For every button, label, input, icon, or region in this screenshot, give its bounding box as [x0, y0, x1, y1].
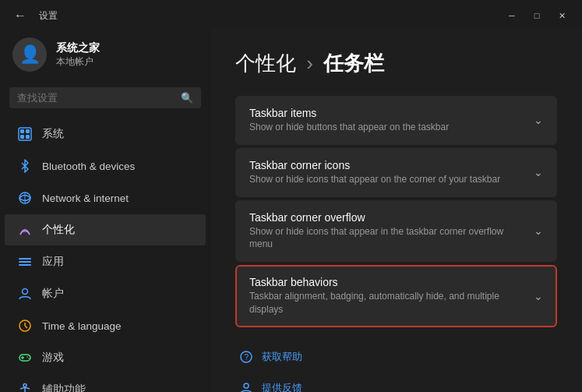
breadcrumb: 个性化 › 任务栏 — [235, 50, 557, 77]
personalization-icon — [17, 222, 33, 238]
title-bar: ← 设置 ─ □ ✕ — [0, 0, 582, 28]
time-icon — [17, 318, 33, 334]
maximize-button[interactable]: □ — [526, 8, 548, 23]
svg-point-19 — [28, 358, 30, 359]
user-type: 本地帐户 — [56, 55, 100, 69]
sidebar-item-time[interactable]: Time & language — [5, 310, 206, 341]
sidebar-item-bluetooth-label: Bluetooth & devices — [42, 161, 135, 172]
gaming-icon — [17, 350, 33, 366]
search-box[interactable]: 🔍 — [9, 87, 201, 108]
setting-title-taskbar-corner-icons: Taskbar corner icons — [249, 159, 524, 171]
title-bar-left: ← 设置 — [9, 7, 58, 24]
setting-desc-taskbar-corner-icons: Show or hide icons that appear on the co… — [249, 173, 524, 186]
setting-desc-taskbar-behaviors: Taskbar alignment, badging, automaticall… — [249, 290, 524, 316]
svg-rect-3 — [20, 135, 24, 139]
avatar-icon: 👤 — [19, 44, 41, 65]
sidebar-item-bluetooth[interactable]: Bluetooth & devices — [5, 150, 206, 182]
back-button[interactable]: ← — [9, 7, 31, 24]
setting-desc-taskbar-items: Show or hide buttons that appear on the … — [249, 121, 524, 134]
sidebar-item-system[interactable]: 系统 — [5, 118, 206, 150]
get-help-icon: ? — [238, 349, 254, 365]
settings-list: Taskbar items Show or hide buttons that … — [235, 96, 557, 327]
minimize-button[interactable]: ─ — [501, 8, 523, 23]
svg-point-11 — [23, 289, 28, 295]
footer-link-feedback[interactable]: 提供反馈 — [235, 374, 557, 392]
svg-rect-2 — [26, 129, 30, 133]
sidebar-item-accounts[interactable]: 帐户 — [5, 278, 206, 309]
system-icon — [17, 126, 33, 142]
sidebar-item-network-label: Network & internet — [42, 192, 129, 204]
sidebar-item-apps[interactable]: 应用 — [5, 246, 206, 277]
app-body: 👤 系统之家 本地帐户 🔍 — [0, 28, 582, 392]
bluetooth-icon — [17, 158, 33, 174]
search-input[interactable] — [17, 92, 175, 104]
setting-title-taskbar-corner-overflow: Taskbar corner overflow — [249, 211, 524, 224]
content-area: 个性化 › 任务栏 Taskbar items Show or hide but… — [210, 28, 582, 392]
svg-point-18 — [26, 356, 28, 358]
sidebar-item-system-label: 系统 — [42, 127, 64, 141]
chevron-icon-taskbar-items: ⌄ — [534, 114, 543, 126]
search-icon: 🔍 — [181, 92, 193, 104]
nav-list: 系统 Bluetooth & devices N — [0, 118, 210, 392]
setting-text-taskbar-behaviors: Taskbar behaviors Taskbar alignment, bad… — [249, 276, 524, 316]
accounts-icon — [17, 286, 33, 302]
sidebar: 👤 系统之家 本地帐户 🔍 — [0, 28, 210, 392]
footer-link-get-help-label: 获取帮助 — [262, 350, 302, 364]
sidebar-item-apps-label: 应用 — [42, 255, 64, 269]
network-icon — [17, 190, 33, 206]
svg-rect-8 — [19, 258, 31, 260]
sidebar-item-personalization-label: 个性化 — [42, 223, 75, 237]
sidebar-item-accounts-label: 帐户 — [42, 287, 64, 301]
footer-link-feedback-label: 提供反馈 — [262, 381, 302, 392]
feedback-icon — [238, 380, 254, 392]
apps-icon — [17, 254, 33, 270]
sidebar-item-accessibility-label: 辅助功能 — [42, 383, 86, 392]
breadcrumb-current: 任务栏 — [323, 51, 384, 75]
svg-line-14 — [25, 326, 27, 328]
footer-link-get-help[interactable]: ? 获取帮助 — [235, 343, 557, 371]
breadcrumb-sep: › — [306, 51, 313, 75]
sidebar-item-personalization[interactable]: 个性化 — [5, 214, 206, 245]
sidebar-item-gaming-label: 游戏 — [42, 351, 64, 365]
avatar: 👤 — [12, 37, 47, 72]
setting-item-taskbar-items[interactable]: Taskbar items Show or hide buttons that … — [235, 96, 557, 145]
setting-text-taskbar-corner-icons: Taskbar corner icons Show or hide icons … — [249, 159, 524, 186]
sidebar-item-network[interactable]: Network & internet — [5, 182, 206, 214]
svg-rect-9 — [19, 261, 31, 263]
setting-title-taskbar-items: Taskbar items — [249, 107, 524, 119]
title-bar-title: 设置 — [39, 9, 58, 23]
user-info: 系统之家 本地帐户 — [56, 41, 100, 69]
user-section: 👤 系统之家 本地帐户 — [0, 28, 210, 84]
svg-text:?: ? — [245, 353, 249, 362]
setting-item-taskbar-corner-icons[interactable]: Taskbar corner icons Show or hide icons … — [235, 148, 557, 197]
setting-text-taskbar-corner-overflow: Taskbar corner overflow Show or hide ico… — [249, 211, 524, 252]
chevron-icon-taskbar-behaviors: ⌄ — [534, 290, 543, 302]
setting-item-taskbar-corner-overflow[interactable]: Taskbar corner overflow Show or hide ico… — [235, 200, 557, 263]
page-header: 个性化 › 任务栏 — [235, 50, 557, 77]
sidebar-item-time-label: Time & language — [42, 320, 122, 332]
setting-item-taskbar-behaviors[interactable]: Taskbar behaviors Taskbar alignment, bad… — [235, 265, 557, 327]
breadcrumb-parent: 个性化 — [235, 51, 296, 75]
accessibility-icon — [17, 382, 33, 392]
setting-desc-taskbar-corner-overflow: Show or hide icons that appear in the ta… — [249, 225, 524, 252]
svg-point-20 — [23, 384, 26, 387]
svg-rect-1 — [20, 129, 24, 133]
sidebar-item-gaming[interactable]: 游戏 — [5, 342, 206, 373]
chevron-icon-taskbar-corner-overflow: ⌄ — [534, 224, 543, 237]
svg-point-23 — [244, 383, 249, 388]
setting-text-taskbar-items: Taskbar items Show or hide buttons that … — [249, 107, 524, 134]
close-button[interactable]: ✕ — [551, 8, 573, 23]
sidebar-item-accessibility[interactable]: 辅助功能 — [5, 374, 206, 392]
chevron-icon-taskbar-corner-icons: ⌄ — [534, 166, 543, 178]
svg-rect-4 — [26, 135, 30, 139]
user-name: 系统之家 — [56, 41, 100, 55]
footer-links: ? 获取帮助 提供反馈 — [235, 343, 557, 392]
window-controls: ─ □ ✕ — [501, 8, 573, 23]
svg-rect-10 — [19, 264, 31, 266]
setting-title-taskbar-behaviors: Taskbar behaviors — [249, 276, 524, 288]
